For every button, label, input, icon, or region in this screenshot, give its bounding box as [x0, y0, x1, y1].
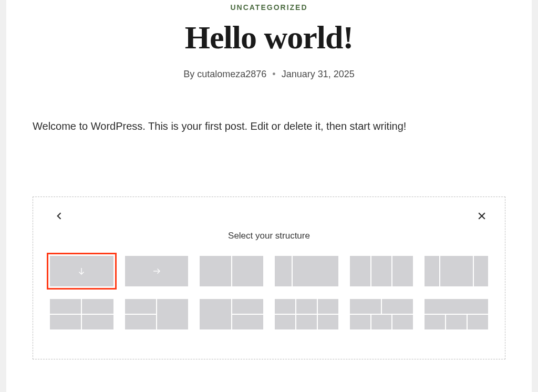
structure-option-three-columns[interactable]	[350, 256, 413, 286]
structure-grid	[50, 256, 488, 329]
back-button[interactable]	[52, 209, 67, 225]
structure-option-single-column[interactable]	[50, 256, 113, 286]
structure-option-full-three[interactable]	[425, 299, 488, 329]
post-content: Welcome to WordPress. This is your first…	[33, 119, 505, 133]
post-header: UNCATEGORIZED Hello world! By cutalomeza…	[33, 0, 505, 80]
structure-option-single-arrow-right[interactable]	[125, 256, 189, 286]
meta-separator: •	[272, 69, 275, 79]
post-title: Hello world!	[33, 19, 505, 56]
arrow-right-icon	[125, 256, 189, 286]
picker-title: Select your structure	[50, 231, 488, 241]
post-category[interactable]: UNCATEGORIZED	[33, 3, 505, 12]
close-button[interactable]	[474, 209, 489, 225]
post-date: January 31, 2025	[282, 69, 355, 79]
by-label: By	[183, 69, 194, 79]
structure-option-two-three[interactable]	[350, 299, 413, 329]
structure-option-wide-middle[interactable]	[425, 256, 488, 286]
page-content: UNCATEGORIZED Hello world! By cutalomeza…	[6, 0, 532, 392]
arrow-down-icon	[50, 256, 113, 286]
structure-option-two-columns[interactable]	[200, 256, 263, 286]
structure-option-narrow-left[interactable]	[275, 256, 338, 286]
close-icon	[477, 211, 487, 221]
structure-option-four-grid[interactable]	[50, 299, 113, 329]
structure-picker: Select your structure	[33, 197, 505, 359]
structure-option-six-grid[interactable]	[275, 299, 338, 329]
structure-option-left-split[interactable]	[125, 299, 189, 329]
picker-header	[50, 210, 488, 224]
post-author[interactable]: cutalomeza2876	[197, 69, 266, 79]
structure-option-right-split[interactable]	[200, 299, 263, 329]
chevron-left-icon	[54, 211, 65, 221]
post-meta: By cutalomeza2876 • January 31, 2025	[33, 69, 505, 80]
